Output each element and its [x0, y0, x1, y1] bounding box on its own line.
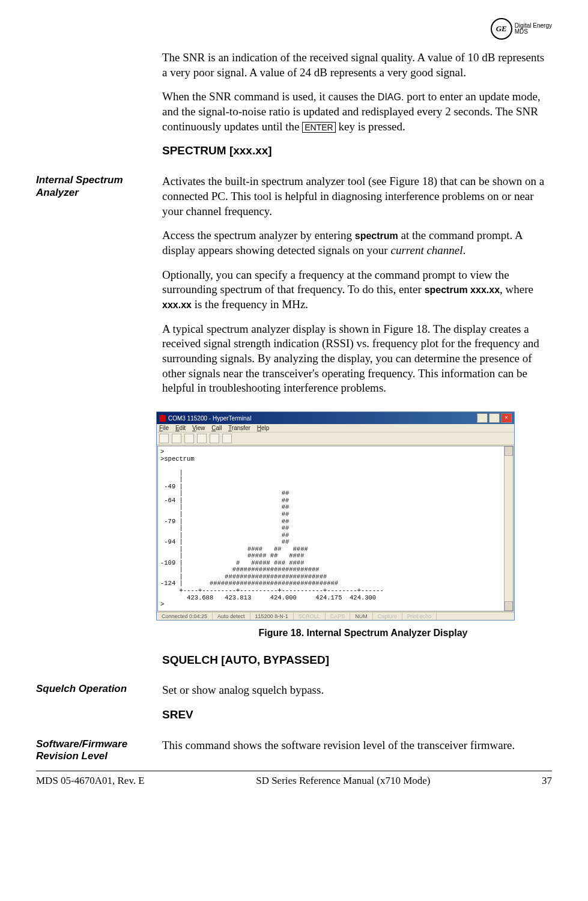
window-titlebar: COM3 115200 - HyperTerminal _ □ ×: [157, 412, 514, 424]
spectrum-p3: Optionally, you can specify a frequency …: [162, 268, 552, 312]
window-title: COM3 115200 - HyperTerminal: [168, 415, 251, 422]
menu-edit[interactable]: Edit: [175, 425, 186, 431]
menu-file[interactable]: File: [159, 425, 169, 431]
snr-description-2: When the SNR command is used, it causes …: [162, 89, 552, 134]
status-print: Print echo: [402, 613, 437, 620]
terminal-content[interactable]: > >spectrum | | -49 | | ## -64 | ## | ##…: [158, 446, 504, 611]
status-bar: Connected 0:04:25 Auto detect 115200 8-N…: [157, 612, 514, 620]
app-icon: [159, 415, 166, 422]
menu-transfer[interactable]: Transfer: [228, 425, 250, 431]
footer-title: SD Series Reference Manual (x710 Mode): [256, 775, 430, 787]
toolbar-new-icon[interactable]: [159, 434, 169, 443]
menu-bar[interactable]: File Edit View Call Transfer Help: [157, 424, 514, 432]
spectrum-p4: A typical spectrum analyzer display is s…: [162, 322, 552, 396]
toolbar-send-icon[interactable]: [210, 434, 219, 443]
spectrum-p2: Access the spectrum analyzer by entering…: [162, 228, 552, 258]
status-scroll: SCROLL: [294, 613, 326, 620]
logo-text: Digital Energy MDS: [515, 23, 552, 35]
footer-docid: MDS 05-4670A01, Rev. E: [36, 775, 145, 787]
ge-monogram-icon: GE: [491, 18, 512, 40]
toolbar-props-icon[interactable]: [222, 434, 232, 443]
header-logo: GE Digital Energy MDS: [36, 18, 552, 40]
minimize-icon[interactable]: _: [477, 413, 488, 423]
figure-caption: Figure 18. Internal Spectrum Analyzer Di…: [174, 628, 552, 639]
menu-help[interactable]: Help: [257, 425, 270, 431]
maximize-icon[interactable]: □: [489, 413, 500, 423]
toolbar-disconnect-icon[interactable]: [197, 434, 207, 443]
scrollbar[interactable]: [504, 446, 513, 611]
close-icon[interactable]: ×: [501, 413, 512, 423]
figure-18: COM3 115200 - HyperTerminal _ □ × File E…: [156, 411, 552, 639]
spectrum-heading: SPECTRUM [xxx.xx]: [162, 144, 552, 159]
status-connected: Connected 0:04:25: [157, 613, 213, 620]
menu-call[interactable]: Call: [211, 425, 222, 431]
menu-view[interactable]: View: [192, 425, 205, 431]
status-caps: CAPS: [326, 613, 351, 620]
page-footer: MDS 05-4670A01, Rev. E SD Series Referen…: [36, 771, 552, 787]
status-detect: Auto detect: [213, 613, 250, 620]
snr-description-1: The SNR is an indication of the received…: [162, 50, 552, 80]
squelch-p1: Set or show analog squelch bypass.: [162, 683, 552, 698]
srev-heading: SREV: [162, 708, 552, 723]
diag-port-label: DIAG.: [378, 92, 404, 102]
side-internal-spectrum-analyzer: Internal Spectrum Analyzer: [36, 174, 162, 199]
side-srev: Software/Firmware Revision Level: [36, 738, 162, 763]
hyperterminal-window: COM3 115200 - HyperTerminal _ □ × File E…: [156, 411, 515, 620]
status-num: NUM: [350, 613, 373, 620]
status-settings: 115200 8-N-1: [250, 613, 294, 620]
spectrum-p1: Activates the built-in spectrum analyzer…: [162, 174, 552, 219]
srev-p1: This command shows the software revision…: [162, 738, 552, 753]
toolbar-connect-icon[interactable]: [184, 434, 194, 443]
side-squelch-operation: Squelch Operation: [36, 683, 162, 695]
enter-key-icon: ENTER: [302, 122, 335, 133]
footer-pagenum: 37: [542, 775, 552, 787]
toolbar-open-icon[interactable]: [172, 434, 181, 443]
toolbar: [157, 432, 514, 445]
status-capture: Capture: [373, 613, 402, 620]
squelch-heading: SQUELCH [AUTO, BYPASSED]: [162, 653, 552, 668]
